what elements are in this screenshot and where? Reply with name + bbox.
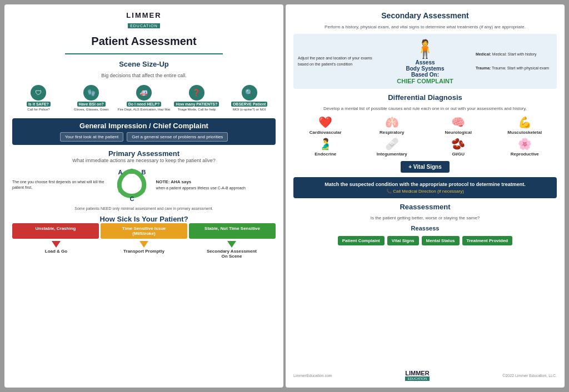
scene-item-bsi: 🧤 Have BSI on? Gloves, Glasses, Gown: [65, 85, 118, 112]
cardiovascular-label: Cardiovascular: [310, 130, 342, 135]
secondary-label: Secondary AssessmentOn Scene: [207, 249, 257, 259]
vital-signs-btn[interactable]: + Vital Signs: [401, 161, 450, 173]
scene-row: 🛡 Is it SAFE? Call for Police? 🧤 Have BS…: [12, 85, 276, 112]
footer-website: LimmerEducation.com: [293, 374, 332, 378]
trauma-label: Trauma:: [476, 66, 491, 70]
call-line: 📞 Call Medical Direction (if necessary): [300, 189, 550, 194]
assess-center: 🧍 Assess Body Systems Based On: CHIEF CO…: [379, 38, 471, 84]
vital-signs-area: + Vital Signs: [293, 161, 557, 173]
bsi-label: Gloves, Glasses, Gown: [74, 108, 109, 112]
sec-assess-sub: Perform a history, physical exam, and vi…: [293, 24, 557, 29]
general-impression-box: General Impression / Chief Complaint You…: [12, 118, 276, 145]
observe-label: MOI (c-spine?) or NOI: [233, 108, 266, 112]
how-sick-section: How Sick Is Your Patient? Unstable, Cras…: [12, 215, 276, 259]
primary-sub: What immediate actions are necessary to …: [12, 158, 276, 163]
left-logo-area: LIMMER EDUCATION: [12, 11, 276, 29]
safe-icon: 🛡: [31, 85, 46, 100]
load-go-label: Load & Go: [45, 249, 67, 254]
pill-patient-complaint: Patient Complaint: [338, 236, 385, 245]
assess-line3: Based On:: [379, 72, 471, 78]
divider: [65, 53, 223, 54]
diff-neurological: 🧠 Neurological: [426, 115, 491, 135]
left-logo: LIMMER: [12, 11, 276, 19]
safe-label: Call for Police?: [27, 108, 49, 112]
arrow-secondary: Secondary AssessmentOn Scene: [188, 241, 276, 259]
reassess-pills: Patient Complaint Vital Signs Mental Sta…: [293, 236, 557, 245]
medical-text: Medical: Start with history: [492, 52, 537, 56]
diff-sub: Develop a mental list of possible causes…: [293, 106, 557, 111]
cardiovascular-icon: ❤️: [318, 115, 332, 129]
respiratory-label: Respiratory: [380, 130, 404, 135]
medical-label: Medical:: [476, 52, 491, 56]
patients-badge: How many PATIENTS?: [174, 102, 219, 107]
gi-buttons: Your first look at the patient Get a gen…: [17, 132, 271, 142]
abc-note-strong: NOTE: AHA says: [156, 179, 191, 184]
severity-row: Unstable, Crashing Time Sensitive Issue(…: [12, 223, 276, 239]
primary-assessment: Primary Assessment What immediate action…: [12, 149, 276, 210]
scene-item-patients: ❓ How many PATIENTS? Triage Mode, Call f…: [170, 85, 223, 112]
arrow-green-icon: [227, 241, 236, 248]
scene-size-up-sub: Big decisions that affect the entire cal…: [12, 73, 276, 78]
primary-title: Primary Assessment: [12, 149, 276, 158]
bsi-badge: Have BSI on?: [77, 102, 106, 107]
arrow-row: Load & Go Transport Promptly Secondary A…: [12, 241, 276, 259]
scene-size-up-title: Scene Size-Up: [12, 60, 276, 68]
diff-musculoskeletal: 💪 Musculoskeletal: [493, 115, 557, 135]
sev-time-sensitive: Time Sensitive Issue(MI/Stroke): [101, 223, 187, 239]
left-title: Patient Assessment: [12, 35, 276, 48]
match-box: Match the suspected condition with the a…: [293, 177, 557, 198]
arrow-load-go: Load & Go: [12, 241, 100, 259]
transport-label: Transport Promptly: [123, 249, 164, 254]
arrow-red-icon: [52, 241, 61, 248]
integumentary-label: Integumentary: [377, 152, 407, 157]
diff-endocrine: 🫃 Endocrine: [293, 137, 358, 157]
assess-left-text: Adjust the pace and location of your exa…: [298, 56, 375, 67]
diff-title: Differential Diagnosis: [293, 93, 557, 102]
abc-area: The one you choose first depends on what…: [12, 165, 276, 204]
sev-unstable: Unstable, Crashing: [12, 223, 99, 239]
integumentary-icon: 🩹: [385, 137, 399, 150]
right-footer: LimmerEducation.com LIMMER EDUCATION ©20…: [293, 370, 557, 381]
abc-note-text: when a patient appears lifeless use C-A-…: [156, 186, 245, 190]
neurological-label: Neurological: [445, 130, 472, 135]
assess-figure: 🧍: [379, 38, 471, 59]
assess-line2: Body Systems: [379, 66, 471, 72]
scene-item-observe: 🔍 OBSERVE Patient MOI (c-spine?) or NOI: [223, 85, 276, 112]
footer-logo-area: LIMMER EDUCATION: [405, 370, 429, 381]
endocrine-icon: 🫃: [318, 137, 332, 150]
gigu-icon: 🫘: [451, 137, 465, 150]
arrow-transport: Transport Promptly: [100, 241, 188, 259]
assess-line1: Assess: [379, 59, 471, 66]
abc-note: NOTE: AHA says when a patient appears li…: [156, 179, 276, 192]
match-title: Match the suspected condition with the a…: [300, 182, 550, 187]
reassess-title: Reassessment: [293, 203, 557, 211]
reproductive-icon: 🌸: [518, 137, 532, 150]
diff-grid: ❤️ Cardiovascular 🫁 Respiratory 🧠 Neurol…: [293, 115, 557, 157]
scene-item-safe: 🛡 Is it SAFE? Call for Police?: [12, 85, 65, 112]
abc-left-text: The one you choose first depends on what…: [12, 179, 108, 190]
endocrine-label: Endocrine: [315, 152, 336, 157]
observe-badge: OBSERVE Patient: [231, 102, 267, 107]
diff-respiratory: 🫁 Respiratory: [360, 115, 425, 135]
footer-copyright: ©2022 Limmer Education, LLC.: [502, 374, 557, 378]
help-icon: 🚑: [136, 85, 152, 100]
reassess-sub: Is the patient getting better, worse or …: [293, 215, 557, 220]
left-logo-sub: EDUCATION: [128, 23, 160, 28]
page-wrapper: LIMMER EDUCATION Patient Assessment Scen…: [0, 0, 569, 392]
help-label: Fire Dept, ALS Extrication, Haz Mat: [118, 108, 170, 112]
gi-title: General Impression / Chief Complaint: [17, 122, 271, 130]
trauma-text: Trauma: Start with physical exam: [492, 66, 549, 70]
left-panel: LIMMER EDUCATION Patient Assessment Scen…: [4, 4, 283, 388]
arrow-yellow-icon: [139, 241, 148, 248]
neurological-icon: 🧠: [451, 115, 465, 129]
assess-body-box: Adjust the pace and location of your exa…: [293, 34, 557, 89]
diff-integumentary: 🩹 Integumentary: [360, 137, 425, 157]
musculoskeletal-icon: 💪: [518, 115, 532, 129]
right-panel: Secondary Assessment Perform a history, …: [286, 4, 565, 388]
gi-btn2: Get a general sense of problems and prio…: [127, 132, 228, 142]
bsi-icon: 🧤: [83, 85, 99, 100]
respiratory-icon: 🫁: [385, 115, 399, 129]
sec-assess-title: Secondary Assessment: [293, 11, 557, 20]
diff-cardiovascular: ❤️ Cardiovascular: [293, 115, 358, 135]
pill-mental-status: Mental Status: [422, 236, 460, 245]
